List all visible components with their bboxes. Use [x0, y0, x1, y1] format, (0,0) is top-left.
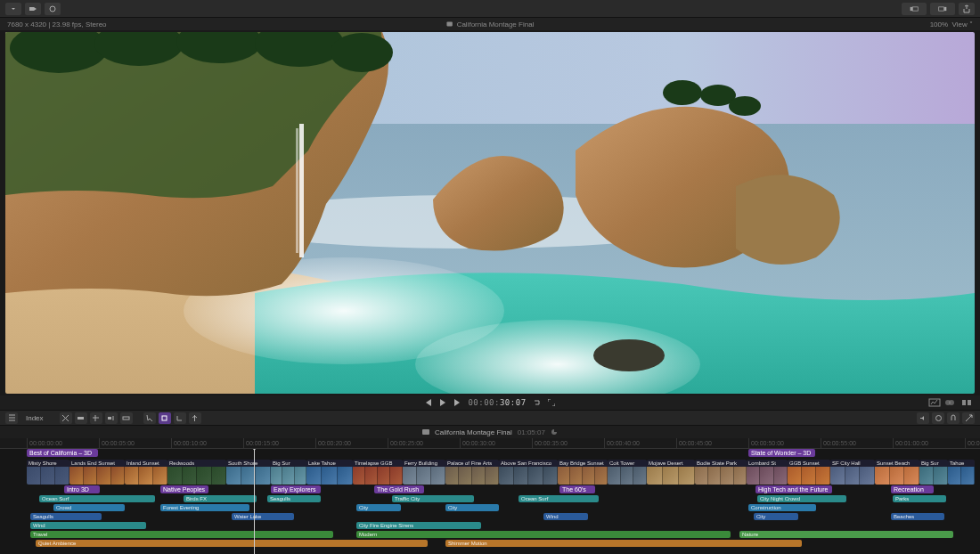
audio-clip[interactable]: Ocean Surf — [39, 495, 155, 502]
video-clip[interactable]: Palace of Fine Arts — [445, 460, 499, 485]
append-button[interactable] — [105, 412, 118, 424]
library-toggle[interactable] — [902, 3, 927, 15]
loop-button[interactable] — [534, 399, 541, 406]
audio-clip[interactable]: Construction — [748, 504, 816, 511]
solo-button[interactable] — [932, 412, 944, 424]
video-clip[interactable]: Sunset Beach — [875, 460, 919, 485]
audio-clip[interactable]: Parks — [893, 495, 946, 502]
playhead[interactable] — [254, 449, 255, 554]
audio-clip[interactable]: City Night Crowd — [757, 495, 846, 502]
video-clip[interactable]: Timelapse GGB — [353, 460, 403, 485]
prev-edit-button[interactable] — [425, 399, 432, 406]
timecode-display[interactable]: 00:00:30:07 — [468, 398, 526, 407]
audio-clip[interactable]: Birds FX — [184, 495, 257, 502]
video-clip[interactable]: Lake Tahoe — [306, 460, 353, 485]
clip-thumbnail — [860, 467, 875, 485]
bg-tasks-button[interactable] — [45, 3, 61, 15]
range-tool[interactable] — [159, 412, 171, 424]
video-clip[interactable]: Misty Shore — [27, 460, 69, 485]
audio-clip[interactable]: Ocean Surf — [519, 495, 599, 502]
scopes-button[interactable] — [928, 398, 941, 407]
connected-title-clip[interactable]: The 60's — [559, 485, 595, 493]
video-clip[interactable]: Bodie State Park — [695, 460, 747, 485]
connected-title-clip[interactable]: The Gold Rush — [374, 485, 424, 493]
audio-clip[interactable]: Seagulls — [267, 495, 321, 502]
audio-clip[interactable]: City — [356, 504, 401, 511]
play-button[interactable] — [439, 399, 446, 406]
snap-button[interactable] — [174, 412, 186, 424]
video-clip[interactable]: Lands End Sunset — [69, 460, 125, 485]
connected-title-clip[interactable]: Recreation — [891, 485, 934, 493]
color-button[interactable] — [944, 398, 957, 407]
timeline-history-icon[interactable] — [551, 428, 558, 436]
video-clip[interactable]: Redwoods — [167, 460, 226, 485]
clip-label: GGB Sunset — [788, 460, 830, 467]
video-clip[interactable]: Big Sur — [271, 460, 306, 485]
audio-clip[interactable]: Forest Evening — [160, 504, 249, 511]
video-clip[interactable]: Mojave Desert — [647, 460, 695, 485]
audio-clip[interactable]: Beaches — [891, 513, 944, 520]
effects-button[interactable] — [960, 398, 973, 407]
audio-clip[interactable]: Traffic City — [392, 495, 474, 502]
audio-clip[interactable]: Wind — [543, 513, 588, 520]
video-clip[interactable]: SF City Hall — [830, 460, 875, 485]
zoom-level[interactable]: 100% — [930, 20, 948, 29]
inspector-toggle[interactable] — [930, 3, 955, 15]
timeline[interactable]: Best of California – 3DState of Wonder –… — [0, 449, 980, 554]
audio-clip[interactable]: City Fire Engine Sirens — [356, 522, 481, 529]
video-clip[interactable]: Inland Sunset — [125, 460, 167, 485]
video-clip[interactable]: Bay Bridge Sunset — [558, 460, 608, 485]
video-clip[interactable]: South Shore — [226, 460, 271, 485]
title-clip[interactable]: Best of California – 3D — [27, 449, 98, 457]
video-clip[interactable]: Lombard St — [747, 460, 788, 485]
svg-rect-27 — [78, 417, 84, 420]
video-clip[interactable]: Coit Tower — [608, 460, 647, 485]
trim-tool[interactable] — [60, 412, 72, 424]
clip-label: Mojave Desert — [647, 460, 695, 467]
video-clip[interactable]: Big Sur — [919, 460, 948, 485]
snapping-button[interactable] — [947, 412, 960, 424]
audio-clip[interactable]: Shimmer Motion — [445, 540, 802, 547]
video-clip[interactable]: Above San Francisco — [499, 460, 558, 485]
audio-clip[interactable]: City — [754, 513, 798, 520]
video-clip[interactable]: GGB Sunset — [788, 460, 830, 485]
audio-skim-button[interactable] — [917, 412, 929, 424]
clip-thumbnail — [486, 467, 499, 485]
next-edit-button[interactable] — [453, 399, 461, 406]
connected-title-clip[interactable]: Intro 3D — [64, 485, 100, 493]
clip-thumbnail — [608, 467, 621, 485]
ruler-tick: 00:00:15:00 — [243, 438, 279, 448]
timeline-expand-icon[interactable] — [962, 412, 975, 424]
keyword-button[interactable] — [25, 3, 41, 15]
timeline-ruler[interactable]: 00:00:00:0000:00:05:0000:00:10:0000:00:1… — [0, 438, 980, 449]
audio-clip[interactable]: Water Lake — [232, 513, 294, 520]
select-tool[interactable] — [143, 412, 156, 424]
overwrite-button[interactable] — [120, 412, 133, 424]
connect-button[interactable] — [75, 412, 87, 424]
skim-button[interactable] — [189, 412, 201, 424]
title-clip[interactable]: State of Wonder – 3D — [748, 449, 815, 457]
video-clip[interactable]: Tahoe — [948, 460, 975, 485]
audio-clip[interactable]: Seagulls — [30, 513, 102, 520]
viewer[interactable] — [5, 32, 975, 394]
index-label[interactable]: Index — [26, 414, 44, 422]
share-button[interactable] — [959, 3, 975, 15]
clip-thumbnail — [353, 467, 365, 485]
clip-thumbnail — [679, 467, 695, 485]
connected-title-clip[interactable]: Early Explorers — [271, 485, 321, 493]
audio-clip[interactable]: Crowd — [53, 504, 125, 511]
audio-clip[interactable]: Wind — [30, 522, 146, 529]
audio-clip[interactable]: Nature — [739, 531, 953, 538]
audio-clip[interactable]: City — [445, 504, 499, 511]
audio-clip[interactable]: Travel — [30, 531, 333, 538]
connected-title-clip[interactable]: Native Peoples — [160, 485, 208, 493]
fullscreen-button[interactable] — [548, 399, 555, 406]
audio-clip[interactable]: Modern — [356, 531, 731, 538]
video-clip[interactable]: Ferry Building — [403, 460, 445, 485]
audio-clip[interactable]: Quiet Ambience — [36, 540, 428, 547]
index-button[interactable] — [5, 412, 18, 424]
import-button[interactable] — [5, 3, 21, 15]
view-menu[interactable]: View — [952, 20, 968, 29]
connected-title-clip[interactable]: High Tech and the Future — [755, 485, 832, 493]
insert-button[interactable] — [90, 412, 102, 424]
